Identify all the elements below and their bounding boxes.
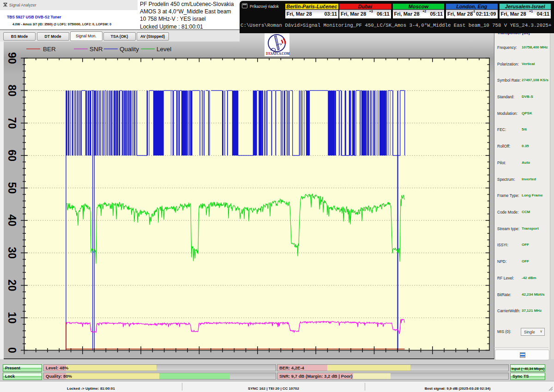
svg-text:BER: BER bbox=[43, 46, 56, 53]
svg-text:30: 30 bbox=[6, 247, 18, 259]
svg-text:80: 80 bbox=[6, 85, 18, 97]
svg-text:SNR: SNR bbox=[90, 46, 103, 53]
svg-text:Quality: Quality bbox=[120, 46, 139, 53]
svg-text:70: 70 bbox=[6, 117, 18, 129]
svg-text:40: 40 bbox=[6, 214, 18, 226]
svg-text:DXSATCS.COM: DXSATCS.COM bbox=[266, 52, 289, 56]
svg-text:10: 10 bbox=[6, 312, 18, 324]
svg-text:50: 50 bbox=[6, 182, 18, 194]
svg-text:Level: Level bbox=[157, 46, 171, 53]
svg-text:20: 20 bbox=[6, 279, 18, 291]
svg-text:60: 60 bbox=[6, 149, 18, 161]
svg-text:0: 0 bbox=[6, 347, 18, 353]
svg-text:90: 90 bbox=[6, 52, 18, 64]
